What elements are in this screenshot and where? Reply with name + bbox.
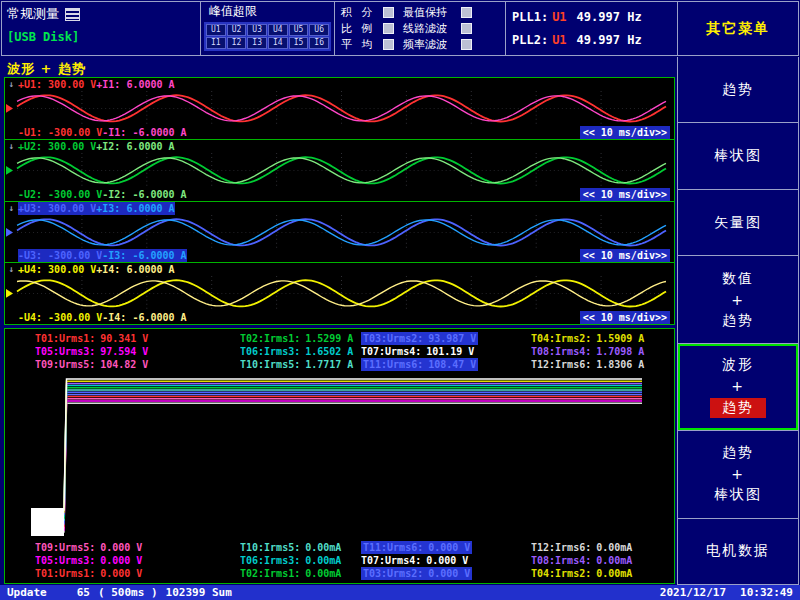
trend-item-value: 1.6502 A bbox=[305, 346, 353, 357]
sidebar-item-waveform-trend[interactable]: 波形+趋势 bbox=[678, 344, 798, 431]
line-filter-label: 线路滤波 bbox=[403, 21, 461, 36]
waveform-label-row: -U3: -300.00 V-I3: -6.0000 A<< 10 ms/div… bbox=[5, 249, 674, 262]
peak-indicator-u1: U1 bbox=[206, 24, 226, 36]
sidebar-item-label: + bbox=[731, 378, 745, 394]
waveform-label-row: -U4: -300.00 V-I4: -6.0000 A<< 10 ms/div… bbox=[5, 311, 674, 324]
trend-cell: T03:Urms2:93.987 V bbox=[361, 332, 531, 345]
i-scale-label: +I4: 6.0000 A bbox=[96, 263, 174, 276]
toggle-row: 积 分最值保持 bbox=[341, 5, 499, 20]
pll1-label: PLL1: bbox=[512, 10, 548, 24]
display-mode-icon bbox=[65, 8, 80, 21]
mode-title: 常规测量 bbox=[7, 5, 59, 23]
waveform-area bbox=[5, 153, 674, 188]
sidebar-item-label: 棒状图 bbox=[714, 147, 762, 165]
sidebar-item-trend[interactable]: 趋势 bbox=[678, 57, 798, 123]
trend-cell-text: T02:Irms1:1.5299 A bbox=[240, 332, 353, 345]
sidebar-item-numeric-trend[interactable]: 数值+趋势 bbox=[678, 256, 798, 343]
waveform-channel-4: ↓+U4: 300.00 V+I4: 6.0000 A-U4: -300.00 … bbox=[5, 262, 674, 324]
peak-indicator-u3: U3 bbox=[247, 24, 267, 36]
freq-filter-checkbox[interactable] bbox=[461, 39, 472, 50]
i-scale-label: +I1: 6.0000 A bbox=[96, 78, 174, 91]
sidebar-item-label: 数值 bbox=[722, 270, 754, 288]
trend-cell-text: T01:Urms1:90.341 V bbox=[35, 332, 148, 345]
waveform-plot-4 bbox=[5, 276, 674, 311]
power-analyzer-screen: 常规测量 [USB Disk] 峰值超限 U1U2U3U4U5U6I1I2I3I… bbox=[0, 0, 800, 600]
trend-cell: T11:Urms6:108.47 V bbox=[361, 358, 531, 371]
trend-cell: T05:Urms3:97.594 V bbox=[35, 345, 240, 358]
pll2-frequency: 49.997 Hz bbox=[577, 33, 642, 47]
trend-cell: T12:Irms6:1.8306 A bbox=[531, 358, 674, 371]
sidebar-item-label: 趋势 bbox=[722, 81, 754, 99]
trend-label-row: T01:Urms1:90.341 VT02:Irms1:1.5299 AT03:… bbox=[5, 332, 674, 345]
u-scale-label: +U3: 300.00 V bbox=[18, 202, 96, 215]
trend-top-labels: T01:Urms1:90.341 VT02:Irms1:1.5299 AT03:… bbox=[5, 332, 674, 371]
peak-indicator-i4: I4 bbox=[268, 37, 288, 49]
status-date: 2021/12/17 bbox=[660, 586, 726, 599]
waveform-channel-3: ↓+U3: 300.00 V+I3: 6.0000 A-U3: -300.00 … bbox=[5, 201, 674, 263]
trend-item-label: T12:Irms6: bbox=[531, 359, 591, 370]
u-neg-scale-label: -U1: -300.00 V bbox=[18, 126, 102, 139]
trend-cell-text: T07:Urms4:0.000 V bbox=[361, 554, 468, 567]
integral-checkbox[interactable] bbox=[383, 7, 394, 18]
peak-indicator-i5: I5 bbox=[289, 37, 309, 49]
marker-down-icon: ↓ bbox=[5, 263, 18, 276]
trend-cell: T02:Irms1:1.5299 A bbox=[240, 332, 361, 345]
trend-cell: T10:Irms5:1.7717 A bbox=[240, 358, 361, 371]
trend-item-value: 0.000 V bbox=[426, 555, 468, 566]
status-bar: Update 65 ( 500ms ) 102399 Sum 2021/12/1… bbox=[0, 585, 800, 600]
update-sum: 102399 Sum bbox=[166, 586, 232, 599]
sidebar-menu: 趋势棒状图矢量图数值+趋势波形+趋势趋势+棒状图电机数据 bbox=[677, 57, 799, 585]
trend-item-value: 104.82 V bbox=[100, 359, 148, 370]
sidebar-item-motor-data[interactable]: 电机数据 bbox=[678, 519, 798, 585]
usb-disk-label: [USB Disk] bbox=[2, 23, 200, 44]
trend-cell: T07:Urms4:101.19 V bbox=[361, 345, 531, 358]
sidebar-item-label: 棒状图 bbox=[714, 486, 762, 504]
trend-cell: T07:Urms4:0.000 V bbox=[361, 554, 531, 567]
trend-cell-text: T08:Irms4:1.7098 A bbox=[531, 345, 644, 358]
trend-label-row: T09:Urms5:104.82 VT10:Irms5:1.7717 AT11:… bbox=[5, 358, 674, 371]
u-scale-label: +U2: 300.00 V bbox=[18, 140, 96, 153]
trend-item-value: 108.47 V bbox=[428, 359, 476, 370]
trend-item-label: T08:Irms4: bbox=[531, 555, 591, 566]
measure-mode-box: 常规测量 [USB Disk] bbox=[1, 1, 201, 56]
trend-cell-text: T10:Irms5:1.7717 A bbox=[240, 358, 353, 371]
peak-indicator-i3: I3 bbox=[247, 37, 267, 49]
pll-row: PLL1:U149.997 Hz bbox=[512, 10, 671, 24]
sidebar-item-bar-chart[interactable]: 棒状图 bbox=[678, 123, 798, 189]
line-filter-checkbox[interactable] bbox=[461, 23, 472, 34]
trend-cell: T11:Urms6:0.000 V bbox=[361, 541, 531, 554]
pll1-source: U1 bbox=[552, 10, 566, 24]
trend-item-label: T09:Urms5: bbox=[35, 359, 95, 370]
trend-item-label: T05:Urms3: bbox=[35, 555, 95, 566]
zero-position-marker-icon bbox=[6, 166, 13, 175]
max-hold-checkbox[interactable] bbox=[461, 7, 472, 18]
average-checkbox[interactable] bbox=[383, 39, 394, 50]
marker-down-icon: ↓ bbox=[5, 78, 18, 91]
update-interval: ( 500ms ) bbox=[98, 586, 158, 599]
trend-item-label: T08:Irms4: bbox=[531, 346, 591, 357]
trend-cell-text: T06:Irms3:0.00mA bbox=[240, 554, 341, 567]
trend-item-label: T07:Urms4: bbox=[361, 346, 421, 357]
trend-cell: T09:Urms5:104.82 V bbox=[35, 358, 240, 371]
peak-indicator-u4: U4 bbox=[268, 24, 288, 36]
trend-cell-text: T05:Urms3:0.000 V bbox=[35, 554, 142, 567]
trend-item-label: T07:Urms4: bbox=[361, 555, 421, 566]
pll-box: PLL1:U149.997 HzPLL2:U149.997 Hz bbox=[505, 1, 678, 56]
sidebar-item-trend-bar-chart[interactable]: 趋势+棒状图 bbox=[678, 431, 798, 518]
trend-label-row: T05:Urms3:97.594 VT06:Irms3:1.6502 AT07:… bbox=[5, 345, 674, 358]
toggle-row: 比 例线路滤波 bbox=[341, 21, 499, 36]
waveform-channel-1: ↓+U1: 300.00 V+I1: 6.0000 A-U1: -300.00 … bbox=[5, 78, 674, 139]
peak-overlimit-box: 峰值超限 U1U2U3U4U5U6I1I2I3I4I5I6 bbox=[200, 1, 335, 56]
trend-item-label: T11:Urms6: bbox=[363, 542, 423, 553]
u-scale-label: +U1: 300.00 V bbox=[18, 78, 96, 91]
trend-item-value: 0.00mA bbox=[305, 555, 341, 566]
time-div-label: << 10 ms/div>> bbox=[580, 249, 670, 262]
peak-indicator-i2: I2 bbox=[227, 37, 247, 49]
trend-item-value: 1.5299 A bbox=[305, 333, 353, 344]
waveform-label-row: -U2: -300.00 V-I2: -6.0000 A<< 10 ms/div… bbox=[5, 188, 674, 201]
sidebar-item-vector-diagram[interactable]: 矢量图 bbox=[678, 190, 798, 256]
waveform-label-row: ↓+U2: 300.00 V+I2: 6.0000 A bbox=[5, 140, 674, 153]
ratio-checkbox[interactable] bbox=[383, 23, 394, 34]
waveform-area bbox=[5, 276, 674, 311]
trend-zero-block bbox=[31, 508, 64, 536]
